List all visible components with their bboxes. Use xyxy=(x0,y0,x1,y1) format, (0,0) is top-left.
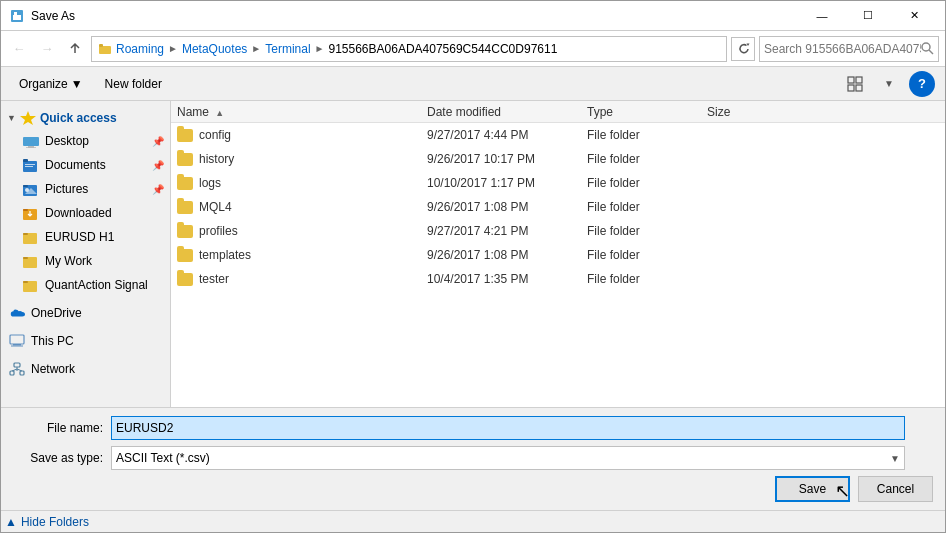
svg-rect-9 xyxy=(848,77,854,83)
close-button[interactable]: ✕ xyxy=(891,1,937,31)
folder-icon xyxy=(177,153,193,166)
file-rows: config 9/27/2017 4:44 PM File folder his… xyxy=(171,123,945,291)
svg-rect-29 xyxy=(23,233,28,235)
file-name: history xyxy=(199,152,234,166)
svg-rect-31 xyxy=(23,257,28,259)
sidebar-item-mywork[interactable]: My Work xyxy=(1,249,170,273)
refresh-icon xyxy=(736,42,750,56)
svg-rect-14 xyxy=(23,137,39,146)
file-date: 9/26/2017 1:08 PM xyxy=(427,248,587,262)
toolbar: Organize ▼ New folder ▼ ? xyxy=(1,67,945,101)
new-folder-button[interactable]: New folder xyxy=(97,71,170,97)
quick-access-icon xyxy=(20,110,36,126)
table-row[interactable]: tester 10/4/2017 1:35 PM File folder xyxy=(171,267,945,291)
main-area: ▼ Quick access Desktop 📌 xyxy=(1,101,945,407)
quick-access-chevron: ▼ xyxy=(7,113,16,123)
hide-folders-label: Hide Folders xyxy=(21,515,89,529)
breadcrumb-current: 915566BA06ADA407569C544CC0D97611 xyxy=(328,42,557,56)
svg-rect-10 xyxy=(856,77,862,83)
table-row[interactable]: history 9/26/2017 10:17 PM File folder xyxy=(171,147,945,171)
maximize-button[interactable]: ☐ xyxy=(845,1,891,31)
search-box[interactable] xyxy=(759,36,939,62)
folder-icon xyxy=(177,273,193,286)
onedrive-icon xyxy=(9,305,25,321)
file-date: 10/4/2017 1:35 PM xyxy=(427,272,587,286)
svg-marker-13 xyxy=(20,111,36,125)
up-button[interactable] xyxy=(63,37,87,61)
help-button[interactable]: ? xyxy=(909,71,935,97)
search-input[interactable] xyxy=(764,42,921,56)
filelist-header: Name ▲ Date modified Type Size xyxy=(171,101,945,123)
titlebar-buttons: — ☐ ✕ xyxy=(799,1,937,31)
col-header-size[interactable]: Size xyxy=(707,105,939,119)
thispc-section: This PC xyxy=(1,329,170,353)
view-dropdown-button[interactable]: ▼ xyxy=(875,71,903,97)
cancel-button[interactable]: Cancel xyxy=(858,476,933,502)
breadcrumb-roaming[interactable]: Roaming xyxy=(116,42,164,56)
table-row[interactable]: profiles 9/27/2017 4:21 PM File folder xyxy=(171,219,945,243)
breadcrumb-metaquotes[interactable]: MetaQuotes xyxy=(182,42,247,56)
svg-rect-21 xyxy=(25,166,33,167)
filename-input[interactable] xyxy=(111,416,905,440)
file-name: MQL4 xyxy=(199,200,232,214)
saveastype-select[interactable]: ASCII Text (*.csv) ▼ xyxy=(111,446,905,470)
minimize-button[interactable]: — xyxy=(799,1,845,31)
filename-label: File name: xyxy=(13,421,103,435)
filelist: Name ▲ Date modified Type Size config 9/… xyxy=(171,101,945,407)
svg-rect-12 xyxy=(856,85,862,91)
table-row[interactable]: templates 9/26/2017 1:08 PM File folder xyxy=(171,243,945,267)
back-button[interactable]: ← xyxy=(7,37,31,61)
svg-line-41 xyxy=(12,369,17,371)
file-name: profiles xyxy=(199,224,238,238)
file-type: File folder xyxy=(587,152,707,166)
downloaded-icon xyxy=(23,205,39,221)
svg-rect-33 xyxy=(23,281,28,283)
sidebar-item-pictures[interactable]: Pictures 📌 xyxy=(1,177,170,201)
folder-breadcrumb-icon xyxy=(98,42,112,56)
file-type: File folder xyxy=(587,248,707,262)
svg-rect-20 xyxy=(25,164,35,165)
file-type: File folder xyxy=(587,128,707,142)
forward-button[interactable]: → xyxy=(35,37,59,61)
breadcrumb[interactable]: Roaming ► MetaQuotes ► Terminal ► 915566… xyxy=(91,36,727,62)
saveastype-label: Save as type: xyxy=(13,451,103,465)
breadcrumb-terminal[interactable]: Terminal xyxy=(265,42,310,56)
sidebar-item-desktop[interactable]: Desktop 📌 xyxy=(1,129,170,153)
saveastype-value: ASCII Text (*.csv) xyxy=(116,451,890,465)
refresh-button[interactable] xyxy=(731,37,755,61)
col-header-type[interactable]: Type xyxy=(587,105,707,119)
save-as-dialog: Save As — ☐ ✕ ← → Roaming ► MetaQuotes ►… xyxy=(0,0,946,533)
table-row[interactable]: MQL4 9/26/2017 1:08 PM File folder xyxy=(171,195,945,219)
svg-rect-2 xyxy=(14,12,17,15)
save-button[interactable]: Save ↖ xyxy=(775,476,850,502)
pictures-icon xyxy=(23,181,39,197)
sidebar-item-quantaction[interactable]: QuantAction Signal xyxy=(1,273,170,297)
folder-icon xyxy=(177,249,193,262)
sidebar-item-eurusd[interactable]: EURUSD H1 xyxy=(1,225,170,249)
desktop-icon xyxy=(23,133,39,149)
documents-icon xyxy=(23,157,39,173)
svg-marker-6 xyxy=(747,43,750,46)
eurusd-icon xyxy=(23,229,39,245)
sidebar-item-documents[interactable]: Documents 📌 xyxy=(1,153,170,177)
col-header-name[interactable]: Name ▲ xyxy=(177,105,427,119)
table-row[interactable]: config 9/27/2017 4:44 PM File folder xyxy=(171,123,945,147)
thispc-icon xyxy=(9,333,25,349)
hide-folders-row[interactable]: ▲ Hide Folders xyxy=(1,510,945,532)
file-date: 9/26/2017 10:17 PM xyxy=(427,152,587,166)
titlebar: Save As — ☐ ✕ xyxy=(1,1,945,31)
view-button[interactable] xyxy=(841,71,869,97)
quick-access-header[interactable]: ▼ Quick access xyxy=(1,107,170,129)
svg-rect-34 xyxy=(10,335,24,344)
sidebar-item-downloaded[interactable]: Downloaded xyxy=(1,201,170,225)
table-row[interactable]: logs 10/10/2017 1:17 PM File folder xyxy=(171,171,945,195)
col-header-date[interactable]: Date modified xyxy=(427,105,587,119)
bottom-bar: File name: Save as type: ASCII Text (*.c… xyxy=(1,407,945,510)
file-type: File folder xyxy=(587,200,707,214)
file-name: templates xyxy=(199,248,251,262)
sidebar-item-thispc[interactable]: This PC xyxy=(1,329,170,353)
sidebar-item-network[interactable]: Network xyxy=(1,357,170,381)
organize-button[interactable]: Organize ▼ xyxy=(11,71,91,97)
sidebar-item-onedrive[interactable]: OneDrive xyxy=(1,301,170,325)
mywork-icon xyxy=(23,253,39,269)
